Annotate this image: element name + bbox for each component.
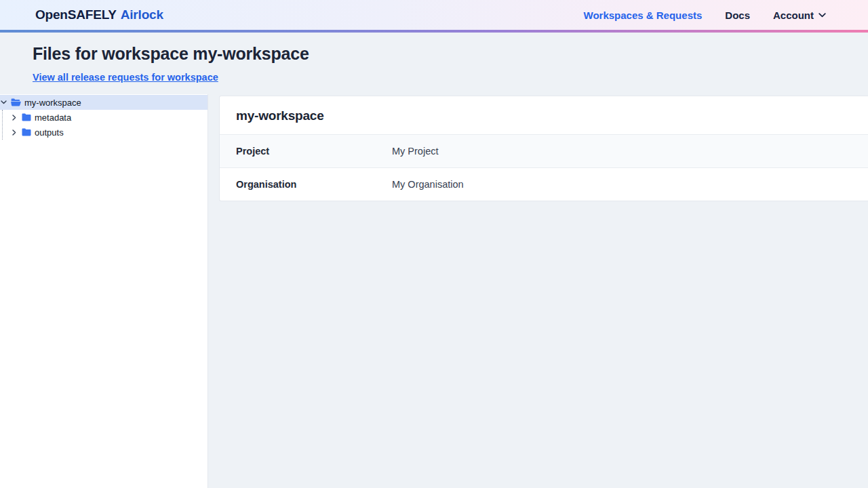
page-title: Files for workspace my-workspace [33, 44, 835, 64]
brand-logo[interactable]: OpenSAFELY Airlock [35, 7, 163, 22]
card-title: my-workspace [220, 96, 868, 134]
folder-open-icon [11, 98, 21, 106]
table-row: Organisation My Organisation [220, 167, 868, 201]
folder-icon [22, 113, 31, 121]
chevron-down-icon [818, 13, 826, 18]
organisation-label: Organisation [236, 179, 392, 190]
main-panel: my-workspace Project My Project Organisa… [208, 94, 868, 488]
workspace-details-card: my-workspace Project My Project Organisa… [219, 96, 868, 201]
nav-link-account[interactable]: Account [773, 9, 826, 21]
nav-link-docs[interactable]: Docs [725, 9, 750, 21]
brand-airlock: Airlock [121, 7, 163, 22]
brand-opensafely: OpenSAFELY [35, 7, 117, 22]
content-area: my-workspace metadata [0, 94, 868, 488]
organisation-value: My Organisation [392, 179, 464, 190]
account-label: Account [773, 9, 814, 21]
tree-item-label: my-workspace [24, 98, 81, 108]
tree-children: metadata outputs [2, 110, 208, 140]
file-tree-sidebar: my-workspace metadata [0, 94, 208, 488]
chevron-down-icon[interactable] [0, 100, 7, 104]
tree-item-outputs[interactable]: outputs [3, 125, 208, 140]
folder-icon [22, 128, 31, 136]
tree-item-label: outputs [35, 127, 64, 138]
tree-item-my-workspace[interactable]: my-workspace [0, 95, 208, 110]
top-navbar: OpenSAFELY Airlock Workspaces & Requests… [0, 0, 868, 30]
page-header: Files for workspace my-workspace View al… [0, 33, 868, 94]
tree-item-label: metadata [35, 113, 71, 123]
view-release-requests-link[interactable]: View all release requests for workspace [33, 72, 218, 83]
nav-link-workspaces-requests[interactable]: Workspaces & Requests [584, 9, 703, 21]
table-row: Project My Project [220, 134, 868, 167]
project-value: My Project [392, 146, 439, 157]
tree-item-metadata[interactable]: metadata [3, 110, 208, 125]
project-label: Project [236, 146, 392, 157]
chevron-right-icon[interactable] [11, 129, 18, 136]
navbar-links: Workspaces & Requests Docs Account [584, 9, 826, 21]
chevron-right-icon[interactable] [11, 115, 18, 121]
page: OpenSAFELY Airlock Workspaces & Requests… [0, 0, 868, 488]
